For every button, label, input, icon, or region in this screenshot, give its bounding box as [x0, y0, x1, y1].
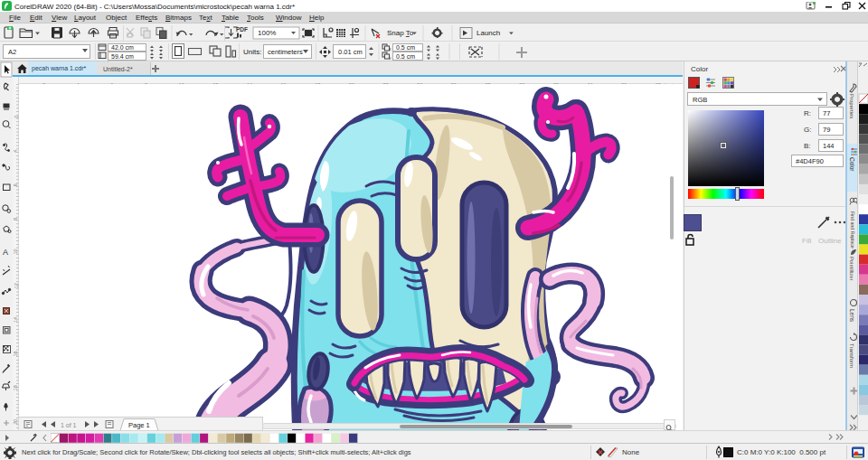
svg-text:12: 12 — [14, 283, 19, 288]
svg-text:6: 6 — [14, 183, 19, 186]
svg-text:1 of 1: 1 of 1 — [61, 422, 77, 428]
svg-text:y: y — [389, 55, 392, 61]
svg-text:2: 2 — [14, 116, 19, 118]
svg-text:16: 16 — [14, 351, 19, 356]
svg-text:Page 1: Page 1 — [128, 421, 150, 429]
svg-text:20: 20 — [14, 419, 19, 425]
svg-text:4: 4 — [14, 150, 19, 153]
svg-text:8: 8 — [14, 218, 19, 221]
svg-text:18: 18 — [14, 385, 19, 390]
svg-text:100%: 100% — [258, 29, 276, 37]
svg-text:x: x — [389, 46, 392, 52]
svg-text:Snap To: Snap To — [387, 29, 414, 37]
svg-text:10: 10 — [14, 249, 19, 254]
svg-text:14: 14 — [14, 317, 19, 323]
svg-text:PDF: PDF — [236, 26, 248, 33]
svg-text:A: A — [3, 248, 8, 257]
svg-text:Launch: Launch — [476, 29, 500, 37]
